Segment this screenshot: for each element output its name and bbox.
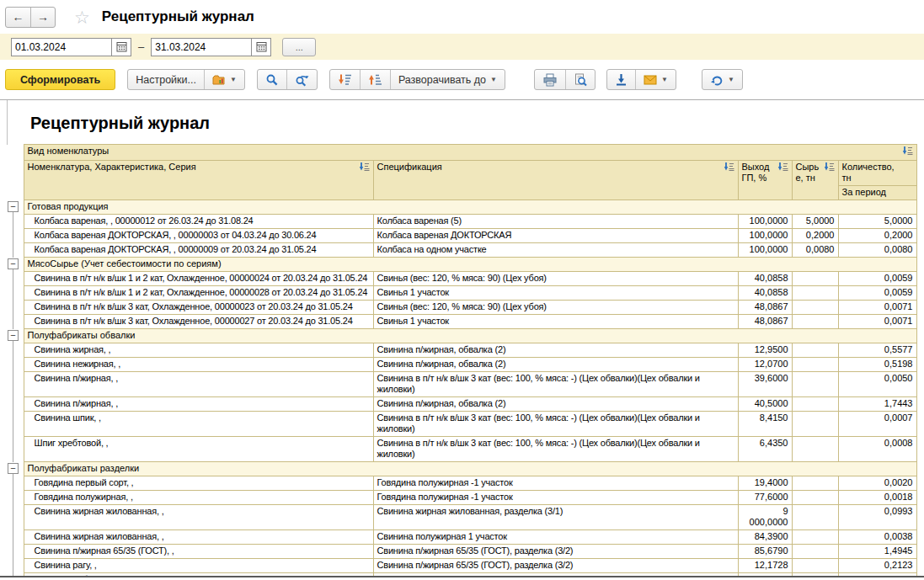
sort-ascending-button[interactable]	[360, 70, 390, 89]
header-spec-col[interactable]: Спецификация	[373, 161, 738, 200]
header-nomenclature-col[interactable]: Номенклатура, Характеристика, Серия	[24, 161, 373, 200]
forward-button[interactable]: →	[30, 8, 55, 27]
row-spec-cell[interactable]: Колбаса вареная (5)	[373, 215, 738, 229]
row-out-cell[interactable]: 85,6790	[738, 545, 792, 559]
row-raw-cell[interactable]	[792, 301, 838, 315]
row-raw-cell[interactable]	[792, 505, 838, 530]
favorite-star-icon[interactable]: ☆	[74, 8, 90, 26]
back-button[interactable]: ←	[6, 8, 30, 27]
date-from-calendar-button[interactable]	[111, 39, 131, 56]
row-qty-cell[interactable]: 0,0993	[838, 505, 916, 530]
row-qty-cell[interactable]: 0,2123	[838, 559, 916, 573]
row-out-cell[interactable]: 19,4000	[738, 476, 792, 491]
row-spec-cell[interactable]: Свинья (вес: 120, % мяса: 90) (Цех убоя)	[373, 272, 738, 286]
row-out-cell[interactable]: 100,0000	[738, 229, 792, 243]
row-raw-cell[interactable]	[792, 358, 838, 372]
row-name-cell[interactable]: Колбаса вареная, , 00000012 от 26.03.24 …	[24, 215, 373, 229]
row-name-cell[interactable]: Свинина в п/т н/к в/шк 1 и 2 кат, Охлажд…	[24, 272, 373, 286]
row-out-cell[interactable]: 8,4150	[738, 412, 792, 437]
print-button[interactable]	[535, 70, 565, 89]
row-raw-cell[interactable]	[792, 372, 838, 397]
header-qty-col[interactable]: Количество, тн	[838, 161, 916, 186]
row-name-cell[interactable]: Свинина п/жирная, ,	[24, 397, 373, 412]
row-spec-cell[interactable]: Колбаса вареная ДОКТОРСКАЯ	[373, 229, 738, 243]
row-spec-cell[interactable]: Колбаса на одном участке	[373, 243, 738, 258]
row-spec-cell[interactable]: Свинина в п/т н/к в/шк 3 кат (вес: 100, …	[373, 412, 738, 437]
row-qty-cell[interactable]: 0,0050	[838, 372, 916, 397]
row-name-cell[interactable]: Говядина первый сорт, ,	[24, 476, 373, 491]
row-raw-cell[interactable]	[792, 491, 838, 505]
sort-icon[interactable]	[359, 162, 370, 174]
save-button[interactable]	[607, 70, 635, 89]
group-name-cell[interactable]: Полуфабрикаты обвалки	[24, 329, 916, 343]
date-to-input[interactable]	[152, 39, 251, 56]
row-spec-cell[interactable]: Свинина п/жирная 65/35 (ГОСТ), разделка …	[373, 545, 738, 559]
row-spec-cell[interactable]: Свинина жирная жилованная, разделка (3/1…	[373, 505, 738, 530]
row-raw-cell[interactable]	[792, 315, 838, 329]
row-name-cell[interactable]: Колбаса вареная ДОКТОРСКАЯ, , 00000003 о…	[24, 229, 373, 243]
row-qty-cell[interactable]: 0,2000	[838, 229, 916, 243]
row-raw-cell[interactable]: 0,0080	[792, 243, 838, 258]
search-next-button[interactable]	[286, 70, 317, 89]
group-name-cell[interactable]: МясоСырье (Учет себестоимости по сериям)	[24, 258, 916, 272]
row-spec-cell[interactable]: Свинина п/жирная, обвалка (2)	[373, 343, 738, 358]
report-variants-button[interactable]: ▼	[204, 70, 244, 89]
row-raw-cell[interactable]	[792, 272, 838, 286]
row-qty-cell[interactable]: 0,0038	[838, 530, 916, 545]
period-more-button[interactable]: ...	[282, 38, 316, 56]
row-raw-cell[interactable]	[792, 476, 838, 491]
row-name-cell[interactable]: Шпиг хребтовой, ,	[24, 437, 373, 462]
row-raw-cell[interactable]	[792, 397, 838, 412]
row-qty-cell[interactable]: 0,0059	[838, 286, 916, 301]
row-spec-cell[interactable]: Свинья 1 участок	[373, 315, 738, 329]
row-spec-cell[interactable]: Говядина полужирная -1 участок	[373, 476, 738, 491]
row-name-cell[interactable]: Свинина п/жирная, ,	[24, 372, 373, 397]
row-qty-cell[interactable]: 0,5198	[838, 358, 916, 372]
row-qty-cell[interactable]: 0,0007	[838, 412, 916, 437]
date-to-calendar-button[interactable]	[251, 39, 270, 56]
collapse-icon[interactable]: −	[8, 201, 19, 212]
row-qty-cell[interactable]: 0,0018	[838, 491, 916, 505]
row-spec-cell[interactable]: Свинина п/жирная 65/35 (ГОСТ), разделка …	[373, 559, 738, 573]
header-group-col[interactable]: Вид номенклатуры	[24, 145, 916, 161]
send-mail-button[interactable]: ▼	[635, 70, 676, 89]
row-out-cell[interactable]: 77,6000	[738, 491, 792, 505]
row-spec-cell[interactable]: Свинина в п/т н/к в/шк 3 кат (вес: 100, …	[373, 437, 738, 462]
row-raw-cell[interactable]	[792, 559, 838, 573]
collapse-icon[interactable]: −	[8, 463, 19, 474]
row-name-cell[interactable]: Свинина шпик, ,	[24, 412, 373, 437]
row-name-cell[interactable]: Свинина в п/т н/к в/шк 1 и 2 кат, Охлажд…	[24, 286, 373, 301]
row-out-cell[interactable]: 100,0000	[738, 243, 792, 258]
print-preview-button[interactable]	[565, 70, 595, 89]
row-qty-cell[interactable]: 1,4945	[838, 545, 916, 559]
row-out-cell[interactable]: 9 000,0000	[738, 505, 792, 530]
row-out-cell[interactable]: 39,6000	[738, 372, 792, 397]
row-out-cell[interactable]: 40,0858	[738, 272, 792, 286]
row-qty-cell[interactable]: 0,0020	[838, 476, 916, 491]
row-raw-cell[interactable]: 0,2000	[792, 229, 838, 243]
header-qty-period[interactable]: За период	[838, 186, 916, 200]
row-name-cell[interactable]: Свинина нежирная, ,	[24, 358, 373, 372]
row-spec-cell[interactable]: Свинина в п/т н/к в/шк 3 кат (вес: 100, …	[373, 372, 738, 397]
row-raw-cell[interactable]: 5,0000	[792, 215, 838, 229]
row-qty-cell[interactable]: 0,0059	[838, 272, 916, 286]
expand-to-button[interactable]: Разворачивать до ▼	[390, 70, 505, 89]
row-spec-cell[interactable]: Свинья 1 участок	[373, 286, 738, 301]
row-spec-cell[interactable]: Говядина полужирная -1 участок	[373, 491, 738, 505]
row-out-cell[interactable]: 12,1728	[738, 559, 792, 573]
row-spec-cell[interactable]: Свинина п/жирная, обвалка (2)	[373, 358, 738, 372]
row-name-cell[interactable]: Колбаса вареная ДОКТОРСКАЯ, , 00000009 о…	[24, 243, 373, 258]
search-button[interactable]	[258, 70, 286, 89]
row-raw-cell[interactable]	[792, 286, 838, 301]
row-name-cell[interactable]: Свинина жирная жилованная, ,	[24, 505, 373, 530]
row-out-cell[interactable]: 6,4350	[738, 437, 792, 462]
row-spec-cell[interactable]: Свинина полужирная 1 участок	[373, 530, 738, 545]
sort-icon[interactable]	[902, 146, 913, 158]
row-spec-cell[interactable]: Свинья (вес: 120, % мяса: 90) (Цех убоя)	[373, 301, 738, 315]
settings-button[interactable]: Настройки...	[128, 70, 204, 89]
row-name-cell[interactable]: Свинина рагу, ,	[24, 559, 373, 573]
row-raw-cell[interactable]	[792, 545, 838, 559]
related-actions-button[interactable]: ▼	[702, 70, 742, 89]
row-out-cell[interactable]: 12,9500	[738, 343, 792, 358]
row-qty-cell[interactable]: 0,0071	[838, 315, 916, 329]
